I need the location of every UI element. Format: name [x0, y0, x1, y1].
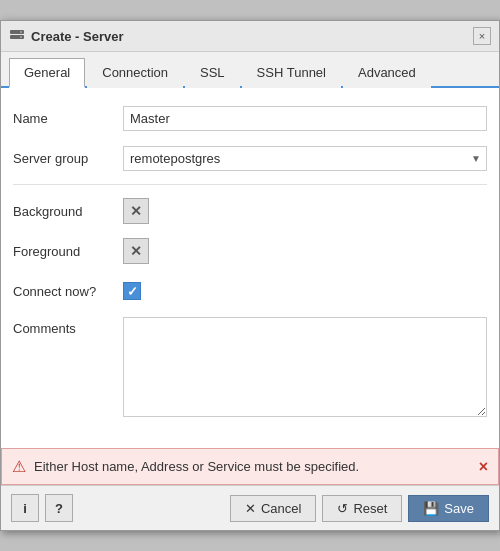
- footer: i ? ✕ Cancel ↺ Reset 💾 Save: [1, 485, 499, 530]
- comments-label: Comments: [13, 317, 123, 336]
- comments-row: Comments: [13, 317, 487, 420]
- comments-textarea[interactable]: [123, 317, 487, 417]
- server-group-control: remotepostgres: [123, 146, 487, 171]
- tab-ssh-tunnel[interactable]: SSH Tunnel: [242, 58, 341, 88]
- name-label: Name: [13, 111, 123, 126]
- server-group-row: Server group remotepostgres: [13, 144, 487, 172]
- background-row: Background ✕: [13, 197, 487, 225]
- checkmark-icon: ✓: [127, 284, 138, 299]
- save-label: Save: [444, 501, 474, 516]
- background-label: Background: [13, 204, 123, 219]
- footer-right: ✕ Cancel ↺ Reset 💾 Save: [230, 495, 489, 522]
- error-bar: ⚠ Either Host name, Address or Service m…: [1, 448, 499, 485]
- tab-general[interactable]: General: [9, 58, 85, 88]
- footer-left: i ?: [11, 494, 73, 522]
- comments-control: [123, 317, 487, 420]
- save-button[interactable]: 💾 Save: [408, 495, 489, 522]
- reset-label: Reset: [353, 501, 387, 516]
- connect-now-row: Connect now? ✓: [13, 277, 487, 305]
- info-button[interactable]: i: [11, 494, 39, 522]
- name-control: [123, 106, 487, 131]
- error-message: Either Host name, Address or Service mus…: [34, 459, 359, 474]
- foreground-label: Foreground: [13, 244, 123, 259]
- svg-point-2: [20, 31, 22, 33]
- connect-now-control: ✓: [123, 282, 487, 300]
- server-icon: [9, 28, 25, 44]
- close-button[interactable]: ×: [473, 27, 491, 45]
- title-bar-left: Create - Server: [9, 28, 124, 44]
- connect-now-label: Connect now?: [13, 284, 123, 299]
- svg-point-3: [20, 36, 22, 38]
- name-row: Name: [13, 104, 487, 132]
- cancel-label: Cancel: [261, 501, 301, 516]
- foreground-row: Foreground ✕: [13, 237, 487, 265]
- foreground-control: ✕: [123, 238, 487, 264]
- foreground-clear-button[interactable]: ✕: [123, 238, 149, 264]
- reset-icon: ↺: [337, 501, 348, 516]
- form-content: Name Server group remotepostgres Backgro…: [1, 88, 499, 448]
- error-content: ⚠ Either Host name, Address or Service m…: [12, 457, 359, 476]
- cancel-icon: ✕: [245, 501, 256, 516]
- divider: [13, 184, 487, 185]
- error-close-button[interactable]: ×: [479, 459, 488, 475]
- tab-connection[interactable]: Connection: [87, 58, 183, 88]
- cancel-button[interactable]: ✕ Cancel: [230, 495, 316, 522]
- save-icon: 💾: [423, 501, 439, 516]
- background-clear-button[interactable]: ✕: [123, 198, 149, 224]
- server-group-select[interactable]: remotepostgres: [123, 146, 487, 171]
- title-bar: Create - Server ×: [1, 21, 499, 52]
- tab-advanced[interactable]: Advanced: [343, 58, 431, 88]
- connect-now-checkbox[interactable]: ✓: [123, 282, 141, 300]
- background-control: ✕: [123, 198, 487, 224]
- window-title: Create - Server: [31, 29, 124, 44]
- server-group-select-wrapper: remotepostgres: [123, 146, 487, 171]
- server-group-label: Server group: [13, 151, 123, 166]
- help-button[interactable]: ?: [45, 494, 73, 522]
- tab-ssl[interactable]: SSL: [185, 58, 240, 88]
- reset-button[interactable]: ↺ Reset: [322, 495, 402, 522]
- name-input[interactable]: [123, 106, 487, 131]
- create-server-dialog: Create - Server × General Connection SSL…: [0, 20, 500, 531]
- tab-bar: General Connection SSL SSH Tunnel Advanc…: [1, 52, 499, 88]
- warning-icon: ⚠: [12, 457, 26, 476]
